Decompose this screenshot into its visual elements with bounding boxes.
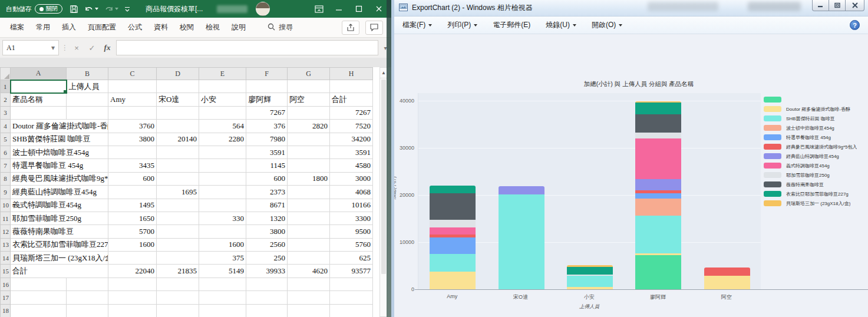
row-header-2[interactable]: 2: [1, 93, 11, 106]
cell-A9[interactable]: 經典藍山特調咖啡豆454g: [11, 186, 108, 199]
cell-E13[interactable]: 1600: [199, 238, 246, 251]
close-button[interactable]: [369, 0, 389, 18]
cell-E9[interactable]: [199, 186, 246, 199]
minimize-button[interactable]: [812, 0, 829, 11]
column-header-C[interactable]: C: [108, 68, 157, 80]
column-header-H[interactable]: H: [330, 68, 373, 80]
cell-D11[interactable]: [157, 212, 199, 224]
ribbon-tab-頁面配置[interactable]: 頁面配置: [82, 20, 121, 35]
cell-B18[interactable]: [67, 304, 108, 317]
cell-H13[interactable]: 5760: [330, 238, 373, 251]
cell-A6[interactable]: 波士頓中焙咖啡豆454g: [11, 146, 108, 158]
cell-D14[interactable]: [157, 252, 199, 265]
cell-H14[interactable]: 625: [330, 252, 373, 265]
cell-C14[interactable]: [108, 252, 157, 265]
cell-G10[interactable]: [288, 199, 330, 212]
cell-A14[interactable]: 貝瑞斯塔三加一 (23gX18入/盒): [11, 252, 108, 265]
cell-G14[interactable]: [288, 252, 330, 265]
cell-A1[interactable]: [11, 80, 67, 93]
ribbon-search[interactable]: 搜尋: [268, 22, 293, 32]
help-icon[interactable]: ?: [850, 20, 860, 30]
row-header-6[interactable]: 6: [1, 146, 11, 158]
row-header-17[interactable]: 17: [1, 291, 11, 304]
cell-E16[interactable]: [199, 278, 246, 290]
cell-A17[interactable]: [11, 291, 67, 304]
cell-A18[interactable]: [11, 304, 67, 317]
cell-C12[interactable]: 5700: [108, 225, 157, 238]
minimize-button[interactable]: [329, 0, 349, 18]
cell-G12[interactable]: [288, 225, 330, 238]
cell-G11[interactable]: [288, 212, 330, 224]
cell-H4[interactable]: 7520: [330, 120, 373, 133]
ribbon-tab-資料[interactable]: 資料: [148, 20, 173, 35]
ribbon-tab-說明[interactable]: 說明: [226, 20, 251, 35]
cell-C5[interactable]: 3800: [108, 133, 157, 146]
row-header-1[interactable]: 1: [1, 80, 11, 93]
cell-E3[interactable]: [199, 106, 246, 119]
row-header-13[interactable]: 13: [1, 238, 11, 251]
cell-C17[interactable]: [108, 291, 157, 304]
cell-G2[interactable]: 阿空: [288, 93, 330, 106]
cell-A8[interactable]: 經典曼巴風味濾掛式咖啡9g*5包入: [11, 172, 108, 185]
cell-F7[interactable]: 1145: [246, 159, 288, 172]
undo-button[interactable]: [84, 5, 98, 13]
cell-A5[interactable]: SHB茵傑特莊園 咖啡豆: [11, 133, 108, 146]
cell-F8[interactable]: 600: [246, 172, 288, 185]
cell-H9[interactable]: 4068: [330, 186, 373, 199]
menu-燒錄(U)[interactable]: 燒錄(U): [546, 20, 576, 30]
cell-E17[interactable]: [199, 291, 246, 304]
cell-H12[interactable]: 9500: [330, 225, 373, 238]
cell-G13[interactable]: [288, 238, 330, 251]
share-button[interactable]: [342, 21, 359, 35]
column-header-G[interactable]: G: [288, 68, 330, 80]
cell-C13[interactable]: 1600: [108, 238, 157, 251]
row-header-5[interactable]: 5: [1, 133, 11, 146]
maximize-button[interactable]: [349, 0, 369, 18]
cell-H8[interactable]: 3000: [330, 172, 373, 185]
ribbon-tab-校閱[interactable]: 校閱: [174, 20, 199, 35]
save-icon[interactable]: [70, 5, 78, 14]
cell-G6[interactable]: [288, 146, 330, 158]
cell-C18[interactable]: [108, 304, 157, 317]
cell-E6[interactable]: [199, 146, 246, 158]
row-header-16[interactable]: 16: [1, 278, 11, 290]
cell-A2[interactable]: 產品名稱: [11, 93, 67, 106]
cell-D18[interactable]: [157, 304, 199, 317]
cell-G7[interactable]: [288, 159, 330, 172]
cell-D10[interactable]: [157, 199, 199, 212]
cell-D2[interactable]: 宋O達: [157, 93, 199, 106]
cell-D8[interactable]: [157, 172, 199, 185]
column-header-E[interactable]: E: [199, 68, 246, 80]
name-box-dropdown-icon[interactable]: ▾: [51, 44, 55, 52]
cell-E18[interactable]: [199, 304, 246, 317]
cell-F13[interactable]: 2560: [246, 238, 288, 251]
cell-H1[interactable]: [330, 80, 373, 93]
cell-A10[interactable]: 義式特調咖啡豆454g: [11, 199, 108, 212]
cell-A12[interactable]: 薇薇特南果咖啡豆: [11, 225, 108, 238]
cell-H2[interactable]: 合計: [330, 93, 373, 106]
menu-列印(P)[interactable]: 列印(P): [447, 20, 477, 30]
cell-E12[interactable]: [199, 225, 246, 238]
row-header-12[interactable]: 12: [1, 225, 11, 238]
cell-E14[interactable]: 375: [199, 252, 246, 265]
row-header-10[interactable]: 10: [1, 199, 11, 212]
cell-C4[interactable]: 3760: [108, 120, 157, 133]
cell-E5[interactable]: 2280: [199, 133, 246, 146]
row-header-7[interactable]: 7: [1, 159, 11, 172]
row-header-8[interactable]: 8: [1, 172, 11, 185]
cell-D9[interactable]: 1695: [157, 186, 199, 199]
close-button[interactable]: [845, 0, 864, 11]
cell-A3[interactable]: [11, 106, 67, 119]
row-header-18[interactable]: 18: [1, 304, 11, 317]
cell-E10[interactable]: [199, 199, 246, 212]
ribbon-tab-插入[interactable]: 插入: [57, 20, 81, 35]
cell-C8[interactable]: 600: [108, 172, 157, 185]
cell-C15[interactable]: 22040: [108, 265, 157, 278]
cell-G18[interactable]: [288, 304, 330, 317]
cell-F4[interactable]: 376: [246, 120, 288, 133]
cell-F2[interactable]: 廖阿輝: [246, 93, 288, 106]
restore-button[interactable]: [829, 0, 846, 11]
cell-F15[interactable]: 39933: [246, 265, 288, 278]
cell-F18[interactable]: [246, 304, 288, 317]
cell-D16[interactable]: [157, 278, 199, 290]
